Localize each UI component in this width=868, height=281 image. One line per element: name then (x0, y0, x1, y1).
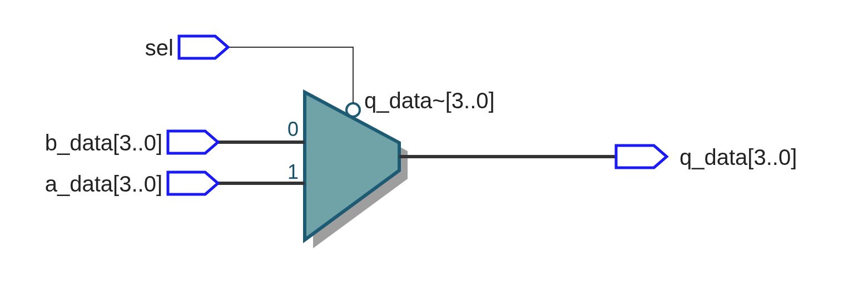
port-b-data: b_data[3..0] (45, 131, 218, 155)
mux-sel-bubble (346, 103, 360, 117)
mux-in0-label: 0 (287, 118, 299, 140)
mux-symbol: 0 1 (287, 92, 408, 248)
port-sel: sel (145, 36, 228, 60)
port-a-data-label: a_data[3..0] (45, 172, 162, 196)
svg-marker-1 (168, 131, 218, 153)
port-q-data-label: q_data[3..0] (679, 145, 797, 169)
port-sel-label: sel (145, 36, 173, 60)
mux-instance-name: q_data~[3..0] (364, 88, 495, 113)
wire-sel (228, 47, 353, 103)
port-a-data: a_data[3..0] (45, 172, 218, 196)
schematic-canvas: 0 1 q_data~[3..0] sel b_data[3..0] a_dat… (0, 0, 868, 281)
svg-marker-3 (616, 145, 667, 168)
port-q-data: q_data[3..0] (616, 145, 797, 169)
port-b-data-label: b_data[3..0] (45, 131, 162, 155)
svg-marker-0 (179, 36, 228, 58)
mux-in1-label: 1 (287, 160, 299, 183)
svg-marker-2 (168, 172, 218, 194)
